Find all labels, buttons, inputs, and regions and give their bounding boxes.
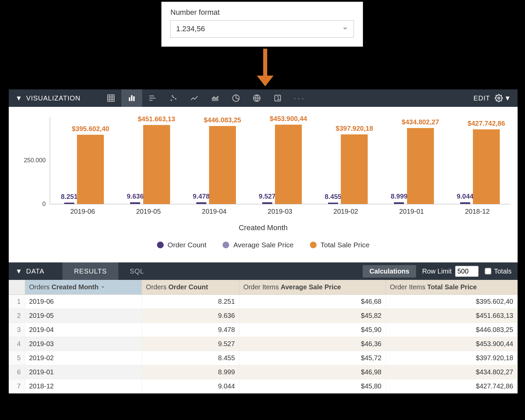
edit-button[interactable]: EDIT bbox=[474, 94, 490, 102]
viz-type-pie-icon[interactable] bbox=[226, 89, 246, 107]
table-cell[interactable]: 2019-02 bbox=[25, 351, 142, 365]
bar-group: 9.044$427.742,86 bbox=[446, 117, 512, 204]
bar-group: 9.636$451.663,13 bbox=[116, 117, 182, 204]
table-cell[interactable]: $446.083,25 bbox=[386, 323, 517, 337]
viz-type-bar-icon[interactable] bbox=[142, 89, 163, 107]
x-category: 2019-01 bbox=[379, 204, 445, 215]
bar-total-sale-price[interactable] bbox=[77, 135, 104, 204]
viz-collapse-caret[interactable]: ▼ bbox=[9, 94, 26, 102]
bar-group: 8.455$397.920,18 bbox=[314, 117, 380, 204]
table-cell[interactable]: 8.455 bbox=[142, 351, 239, 365]
table-cell[interactable]: $453.900,44 bbox=[386, 337, 517, 351]
table-cell[interactable]: 8.999 bbox=[142, 365, 239, 379]
bar-group: 9.478$446.083,25 bbox=[182, 117, 248, 204]
legend-item[interactable]: Average Sale Price bbox=[223, 241, 293, 249]
table-cell[interactable]: $395.602,40 bbox=[386, 295, 517, 309]
svg-point-14 bbox=[172, 95, 173, 96]
row-number: 4 bbox=[9, 337, 25, 351]
number-format-value: 1.234,56 bbox=[176, 25, 205, 33]
table-cell[interactable]: 9.478 bbox=[142, 323, 239, 337]
table-cell[interactable]: 9.636 bbox=[142, 309, 239, 323]
table-cell[interactable]: $45,82 bbox=[239, 309, 386, 323]
table-cell[interactable]: 9.527 bbox=[142, 337, 239, 351]
panel-title-data: DATA bbox=[26, 267, 63, 275]
table-cell[interactable]: $434.802,27 bbox=[386, 365, 517, 379]
bar-group: 8.251$395.602,40 bbox=[50, 117, 116, 204]
gear-icon[interactable]: ▼ bbox=[495, 94, 511, 102]
viz-type-line-icon[interactable] bbox=[184, 89, 205, 107]
table-cell[interactable]: $397.920,18 bbox=[386, 351, 517, 365]
bar-total-sale-price[interactable] bbox=[143, 125, 170, 204]
tab-sql[interactable]: SQL bbox=[118, 262, 156, 280]
table-cell[interactable]: $427.742,86 bbox=[386, 379, 517, 393]
column-header[interactable]: Orders Created Month bbox=[25, 280, 142, 295]
row-number: 7 bbox=[9, 379, 25, 393]
bar-order-count[interactable] bbox=[460, 202, 470, 204]
column-header[interactable]: Order Items Average Sale Price bbox=[239, 280, 386, 295]
viz-type-column-icon[interactable] bbox=[121, 89, 142, 107]
number-format-select[interactable]: 1.234,56 bbox=[170, 20, 354, 38]
table-row[interactable]: 52019-028.455$45,72$397.920,18 bbox=[9, 351, 518, 365]
row-number: 3 bbox=[9, 323, 25, 337]
table-cell[interactable]: $46,98 bbox=[239, 365, 386, 379]
table-cell[interactable]: 2019-01 bbox=[25, 365, 142, 379]
table-cell[interactable]: $46,36 bbox=[239, 337, 386, 351]
table-cell[interactable]: 2019-05 bbox=[25, 309, 142, 323]
bar-total-sale-price[interactable] bbox=[341, 134, 368, 204]
number-format-card: Number format 1.234,56 bbox=[161, 2, 363, 47]
bar-order-count[interactable] bbox=[262, 202, 272, 204]
table-cell[interactable]: $45,72 bbox=[239, 351, 386, 365]
table-cell[interactable]: 8.251 bbox=[142, 295, 239, 309]
viz-type-area-icon[interactable] bbox=[205, 89, 226, 107]
table-cell[interactable]: 2019-04 bbox=[25, 323, 142, 337]
viz-type-table-icon[interactable] bbox=[100, 89, 121, 107]
table-cell[interactable]: $45,90 bbox=[239, 323, 386, 337]
table-cell[interactable]: $46,68 bbox=[239, 295, 386, 309]
table-row[interactable]: 42019-039.527$46,36$453.900,44 bbox=[9, 337, 518, 351]
table-row[interactable]: 72018-129.044$45,80$427.742,86 bbox=[9, 379, 518, 393]
svg-point-18 bbox=[498, 97, 500, 99]
more-icon[interactable]: ··· bbox=[288, 93, 311, 103]
table-row[interactable]: 32019-049.478$45,90$446.083,25 bbox=[9, 323, 518, 337]
data-collapse-caret[interactable]: ▼ bbox=[9, 267, 26, 275]
bar-order-count[interactable] bbox=[394, 202, 404, 204]
bar-total-sale-price[interactable] bbox=[407, 128, 434, 204]
bar-total-sale-price[interactable] bbox=[275, 125, 302, 204]
bar-order-count[interactable] bbox=[64, 203, 74, 204]
viz-type-map-icon[interactable] bbox=[246, 89, 267, 107]
bar-group: 9.527$453.900,44 bbox=[248, 117, 314, 204]
table-cell[interactable]: $451.663,13 bbox=[386, 309, 517, 323]
bar-order-count[interactable] bbox=[196, 202, 206, 204]
svg-point-11 bbox=[171, 99, 172, 101]
y-tick: 250.000 bbox=[24, 157, 46, 164]
table-cell[interactable]: $45,80 bbox=[239, 379, 386, 393]
svg-rect-0 bbox=[108, 95, 115, 101]
table-cell[interactable]: 2019-06 bbox=[25, 295, 142, 309]
table-row[interactable]: 12019-068.251$46,68$395.602,40 bbox=[9, 295, 518, 309]
totals-checkbox[interactable] bbox=[485, 268, 491, 275]
bar-order-count[interactable] bbox=[328, 203, 338, 204]
viz-type-scatter-icon[interactable] bbox=[163, 89, 184, 107]
bar-label: $397.920,18 bbox=[327, 125, 381, 132]
bar-order-count[interactable] bbox=[130, 202, 140, 204]
bar-total-sale-price[interactable] bbox=[473, 129, 500, 204]
table-cell[interactable]: 2019-03 bbox=[25, 337, 142, 351]
table-row[interactable]: 62019-018.999$46,98$434.802,27 bbox=[9, 365, 518, 379]
row-limit-input[interactable] bbox=[455, 266, 479, 277]
row-limit-label: Row Limit bbox=[422, 267, 452, 275]
legend-item[interactable]: Total Sale Price bbox=[310, 241, 370, 249]
bar-total-sale-price[interactable] bbox=[209, 126, 236, 204]
explore-panel: ▼ VISUALIZATION ··· EDIT ▼ 0250.000 8.25… bbox=[8, 89, 518, 394]
table-row[interactable]: 22019-059.636$45,82$451.663,13 bbox=[9, 309, 518, 323]
table-cell[interactable]: 2018-12 bbox=[25, 379, 142, 393]
column-header[interactable]: Order Items Total Sale Price bbox=[386, 280, 517, 295]
viz-type-single-icon[interactable] bbox=[267, 89, 288, 107]
tab-results[interactable]: RESULTS bbox=[63, 262, 118, 280]
legend-dot-icon bbox=[223, 242, 229, 248]
svg-rect-6 bbox=[131, 95, 132, 101]
legend-item[interactable]: Order Count bbox=[157, 241, 207, 249]
calculations-button[interactable]: Calculations bbox=[363, 265, 416, 278]
column-header[interactable]: Orders Order Count bbox=[142, 280, 239, 295]
table-cell[interactable]: 9.044 bbox=[142, 379, 239, 393]
data-header: ▼ DATA RESULTS SQL Calculations Row Limi… bbox=[9, 262, 518, 280]
